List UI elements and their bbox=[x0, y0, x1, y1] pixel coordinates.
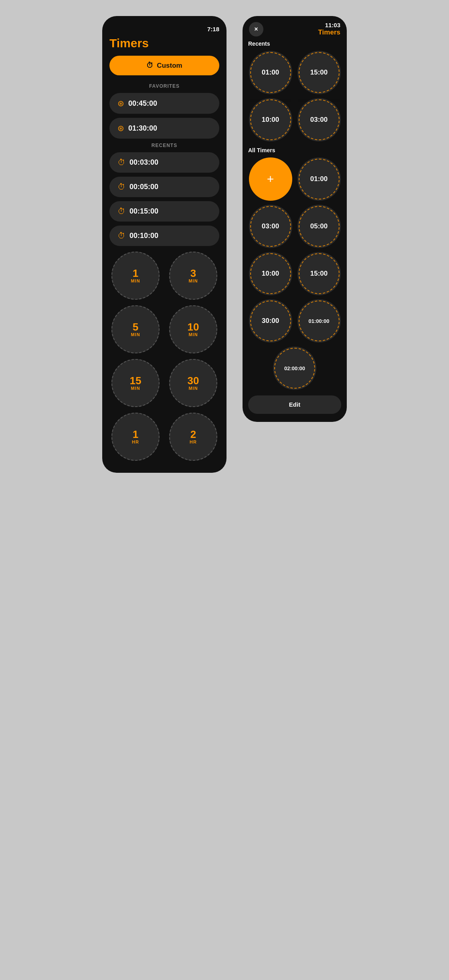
add-icon: + bbox=[267, 172, 274, 186]
watch-timer-label-7: 02:00:00 bbox=[284, 365, 305, 371]
tick-ring-5 bbox=[169, 359, 217, 407]
watch-timer-label-2: 05:00 bbox=[310, 222, 328, 230]
recent-item-0[interactable]: ⏱ 00:03:00 bbox=[109, 152, 219, 173]
tick-ring-0 bbox=[111, 252, 160, 300]
close-button[interactable]: × bbox=[249, 22, 263, 36]
watch-timer-label-3: 10:00 bbox=[262, 270, 279, 278]
close-icon: × bbox=[254, 26, 258, 33]
recent-icon-1: ⏱ bbox=[117, 182, 125, 192]
watch-timer-4[interactable]: 15:00 bbox=[297, 252, 341, 295]
circle-timer-6[interactable]: 1 HR bbox=[111, 413, 160, 461]
watch-timer-2[interactable]: 05:00 bbox=[297, 205, 341, 248]
watch-timer-label-0: 01:00 bbox=[310, 175, 328, 183]
favorite-item-1[interactable]: ⊛ 01:30:00 bbox=[109, 118, 219, 139]
left-time: 7:18 bbox=[207, 26, 219, 32]
right-phone: × 11:03 Timers Recents 01:00 15:00 bbox=[243, 16, 347, 422]
watch-timer-0[interactable]: 01:00 bbox=[297, 157, 341, 201]
circle-timer-3[interactable]: 10 MIN bbox=[169, 305, 217, 353]
custom-timer-icon: ⏱ bbox=[146, 61, 154, 70]
circle-timer-4[interactable]: 15 MIN bbox=[111, 359, 160, 407]
recent-item-2[interactable]: ⏱ 00:15:00 bbox=[109, 201, 219, 222]
watch-timer-label-6: 01:00:00 bbox=[308, 318, 329, 324]
watch-recents-grid: 01:00 15:00 10:00 03:00 bbox=[248, 51, 341, 141]
watch-recent-0[interactable]: 01:00 bbox=[249, 51, 292, 94]
left-phone: 7:18 Timers ⏱ Custom FAVORITES ⊛ 00:45:0… bbox=[102, 16, 227, 473]
watch-timer-5[interactable]: 30:00 bbox=[249, 299, 292, 343]
watch-recent-1[interactable]: 15:00 bbox=[297, 51, 341, 94]
watch-title: Timers bbox=[318, 28, 340, 36]
watch-recent-label-0: 01:00 bbox=[262, 69, 279, 77]
custom-button[interactable]: ⏱ Custom bbox=[109, 56, 219, 75]
recent-label-2: 00:15:00 bbox=[129, 207, 158, 216]
watch-recent-label-1: 15:00 bbox=[310, 69, 328, 77]
recent-label-1: 00:05:00 bbox=[129, 183, 158, 191]
circle-timer-5[interactable]: 30 MIN bbox=[169, 359, 217, 407]
tick-ring-4 bbox=[111, 359, 160, 407]
recent-icon-0: ⏱ bbox=[117, 158, 125, 167]
recent-icon-3: ⏱ bbox=[117, 231, 125, 240]
watch-timer-6[interactable]: 01:00:00 bbox=[297, 299, 341, 343]
favorite-label-1: 01:30:00 bbox=[128, 124, 157, 133]
recent-label-0: 00:03:00 bbox=[129, 158, 158, 167]
watch-recent-label-2: 10:00 bbox=[262, 116, 279, 124]
edit-label: Edit bbox=[289, 401, 300, 408]
circle-timer-0[interactable]: 1 MIN bbox=[111, 252, 160, 300]
tick-ring-7 bbox=[169, 413, 217, 461]
tick-ring-6 bbox=[111, 413, 160, 461]
recent-label-3: 00:10:00 bbox=[129, 232, 158, 240]
watch-timer-1[interactable]: 03:00 bbox=[249, 205, 292, 248]
star-icon-0: ⊛ bbox=[117, 99, 124, 108]
star-icon-1: ⊛ bbox=[117, 123, 124, 133]
watch-time: 11:03 bbox=[325, 22, 340, 28]
edit-button[interactable]: Edit bbox=[248, 395, 341, 414]
recent-icon-2: ⏱ bbox=[117, 207, 125, 216]
left-status-bar: 7:18 bbox=[109, 26, 219, 32]
watch-timer-label-1: 03:00 bbox=[262, 222, 279, 230]
watch-recent-3[interactable]: 03:00 bbox=[297, 98, 341, 141]
left-title: Timers bbox=[109, 36, 219, 50]
watch-recent-label-3: 03:00 bbox=[310, 116, 328, 124]
circle-grid: 1 MIN 3 MIN 5 MIN 10 MIN 15 MIN bbox=[109, 252, 219, 461]
watch-all-timers-grid: + 01:00 03:00 05:00 bbox=[248, 157, 341, 390]
recent-item-1[interactable]: ⏱ 00:05:00 bbox=[109, 177, 219, 197]
watch-header: × 11:03 Timers bbox=[243, 16, 347, 36]
watch-timer-label-4: 15:00 bbox=[310, 270, 328, 278]
recents-label: RECENTS bbox=[109, 143, 219, 148]
watch-timer-label-5: 30:00 bbox=[262, 317, 279, 325]
tick-ring-1 bbox=[169, 252, 217, 300]
watch-header-info: 11:03 Timers bbox=[318, 22, 340, 36]
recent-item-3[interactable]: ⏱ 00:10:00 bbox=[109, 226, 219, 246]
watch-all-timers-label: All Timers bbox=[248, 147, 341, 153]
watch-body: Recents 01:00 15:00 10:00 03:00 bbox=[243, 36, 347, 414]
watch-recents-label: Recents bbox=[248, 40, 341, 47]
custom-label: Custom bbox=[157, 62, 182, 70]
favorite-item-0[interactable]: ⊛ 00:45:00 bbox=[109, 93, 219, 114]
watch-recent-2[interactable]: 10:00 bbox=[249, 98, 292, 141]
circle-timer-1[interactable]: 3 MIN bbox=[169, 252, 217, 300]
favorite-label-0: 00:45:00 bbox=[128, 99, 157, 108]
tick-ring-3 bbox=[169, 305, 217, 353]
favorites-label: FAVORITES bbox=[109, 83, 219, 89]
watch-timer-7[interactable]: 02:00:00 bbox=[273, 347, 316, 390]
tick-ring-2 bbox=[111, 305, 160, 353]
circle-timer-7[interactable]: 2 HR bbox=[169, 413, 217, 461]
circle-timer-2[interactable]: 5 MIN bbox=[111, 305, 160, 353]
add-timer-button[interactable]: + bbox=[249, 157, 292, 201]
watch-timer-3[interactable]: 10:00 bbox=[249, 252, 292, 295]
